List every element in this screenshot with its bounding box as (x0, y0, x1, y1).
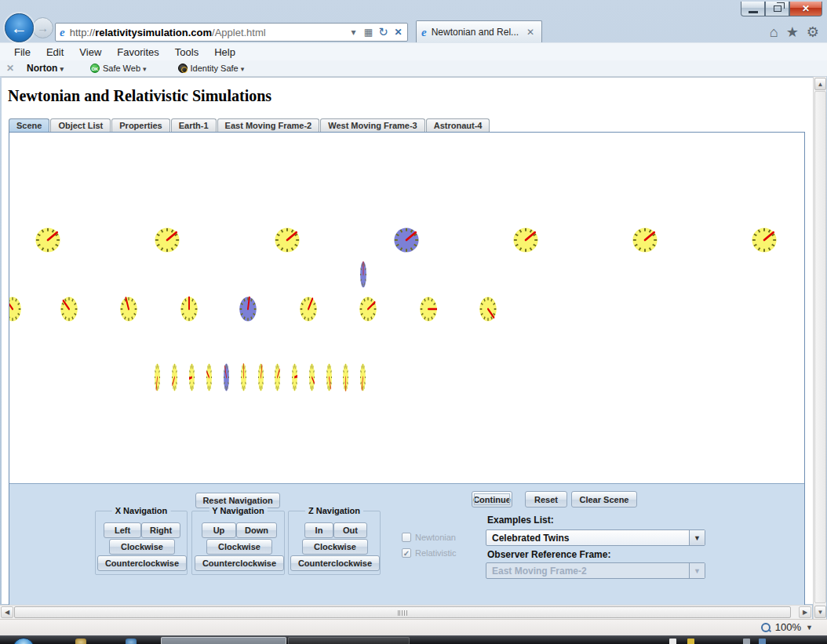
z-in-button[interactable]: In (304, 522, 333, 538)
menu-edit[interactable]: Edit (38, 46, 71, 58)
clock (632, 227, 658, 253)
y-down-button[interactable]: Down (236, 522, 277, 538)
x-counterclockwise-button[interactable]: Counterclockwise (97, 555, 187, 571)
chevron-down-icon: ▾ (351, 27, 355, 38)
taskbar-app-button[interactable] (288, 637, 410, 644)
scroll-right-button[interactable]: ▶ (799, 606, 811, 618)
tab-earth-1[interactable]: Earth-1 (171, 118, 217, 132)
title-bar: ✕ (0, 0, 827, 22)
taskbar-icon[interactable] (126, 639, 137, 644)
scroll-up-button[interactable]: ▲ (814, 78, 826, 90)
tab-favicon-icon: e (421, 26, 427, 39)
magnifier-icon (761, 623, 771, 632)
clock (420, 297, 437, 322)
clock (752, 227, 777, 253)
z-out-button[interactable]: Out (333, 522, 367, 538)
clock (300, 297, 317, 322)
back-button[interactable]: ← (5, 13, 34, 42)
horizontal-scrollbar-thumb[interactable] (14, 606, 791, 618)
url-text: http://relativitysimulation.com/Applet.h… (70, 27, 346, 38)
tray-icon[interactable] (669, 639, 676, 644)
clock (292, 363, 297, 391)
safe-web-icon: OK (90, 64, 100, 73)
taskbar-app-button[interactable] (161, 637, 286, 644)
clock (206, 363, 212, 391)
scroll-left-button[interactable]: ◀ (1, 606, 13, 618)
taskbar-icon[interactable] (75, 639, 86, 644)
close-button[interactable]: ✕ (789, 2, 822, 16)
maximize-button[interactable] (765, 2, 789, 16)
refresh-button[interactable]: ↻ (376, 24, 391, 40)
relativistic-checkbox-row: ✓ Relativistic (402, 548, 457, 558)
clear-scene-button[interactable]: Clear Scene (571, 491, 637, 508)
scene-canvas[interactable] (9, 133, 804, 484)
observer-frame-combobox: East Moving Frame-2 ▼ (486, 562, 705, 579)
y-up-button[interactable]: Up (202, 522, 236, 538)
tray-icon[interactable] (687, 639, 694, 644)
y-navigation-title: Y Navigation (209, 506, 267, 515)
tray-icon[interactable] (759, 639, 766, 644)
scene-layer (9, 133, 804, 483)
tray-icon[interactable] (743, 639, 750, 644)
examples-list-combobox[interactable]: Celebrated Twins ▼ (486, 529, 705, 546)
zoom-control[interactable]: 100% ▼ (761, 621, 813, 633)
clock (239, 297, 257, 322)
tab-object-list[interactable]: Object List (50, 118, 111, 132)
clock (309, 363, 315, 391)
home-button[interactable]: ⌂ (770, 24, 778, 41)
identity-safe-button[interactable]: Identity Safe (178, 64, 245, 73)
stop-button[interactable]: ✕ (391, 24, 406, 40)
y-counterclockwise-button[interactable]: Counterclockwise (195, 555, 284, 571)
tab-properties[interactable]: Properties (111, 118, 169, 132)
menu-help[interactable]: Help (206, 46, 243, 58)
menu-file[interactable]: File (6, 46, 38, 58)
zoom-dropdown-icon: ▼ (806, 624, 813, 631)
y-clockwise-button[interactable]: Clockwise (206, 539, 272, 555)
minimize-button[interactable] (741, 2, 765, 16)
address-dropdown-button[interactable]: ▾ (346, 24, 361, 40)
tab-west-moving-frame-3[interactable]: West Moving Frame-3 (320, 118, 425, 132)
reset-button[interactable]: Reset (525, 491, 567, 508)
x-right-button[interactable]: Right (141, 522, 180, 538)
compatibility-view-button[interactable]: ▦ (361, 24, 376, 40)
status-bar: 100% ▼ (0, 619, 827, 635)
tools-gear-button[interactable]: ⚙ (807, 24, 819, 41)
safe-web-button[interactable]: OKSafe Web (90, 64, 147, 73)
tab-east-moving-frame-2[interactable]: East Moving Frame-2 (217, 118, 320, 132)
tab-scene[interactable]: Scene (9, 118, 49, 132)
clock (479, 297, 497, 322)
forward-button[interactable]: → (32, 17, 53, 38)
norton-menu-button[interactable]: Norton (27, 63, 64, 74)
clock (155, 227, 180, 253)
clock (513, 227, 538, 253)
favorites-star-button[interactable]: ★ (786, 24, 799, 41)
clock (180, 297, 198, 322)
x-left-button[interactable]: Left (104, 522, 141, 538)
horizontal-scrollbar[interactable]: ◀ ▶ (0, 605, 812, 619)
windows-taskbar (0, 635, 827, 644)
continue-button[interactable]: Continue (472, 491, 512, 508)
browser-tab[interactable]: e Newtonian and Rel... ✕ (416, 20, 542, 43)
clock (360, 261, 366, 288)
examples-dropdown-button[interactable]: ▼ (689, 530, 705, 545)
relativistic-label: Relativistic (415, 548, 457, 558)
x-navigation-title: X Navigation (112, 506, 171, 515)
tab-close-button[interactable]: ✕ (524, 27, 537, 38)
menu-favorites[interactable]: Favorites (109, 46, 166, 58)
norton-close-button[interactable]: ✕ (6, 63, 14, 74)
menu-tools[interactable]: Tools (167, 46, 206, 58)
tab-astronaut-4[interactable]: Astronaut-4 (426, 118, 490, 132)
x-clockwise-button[interactable]: Clockwise (109, 539, 175, 555)
menu-bar: File Edit View Favorites Tools Help (0, 42, 827, 60)
z-clockwise-button[interactable]: Clockwise (302, 539, 368, 555)
start-button[interactable] (13, 638, 35, 644)
menu-view[interactable]: View (71, 46, 109, 58)
vertical-scrollbar[interactable]: ▲ ▼ (813, 77, 826, 619)
z-counterclockwise-button[interactable]: Counterclockwise (290, 555, 380, 571)
address-bar[interactable]: e http://relativitysimulation.com/Applet… (55, 23, 408, 42)
clock (258, 363, 264, 391)
vertical-scrollbar-thumb[interactable] (814, 91, 826, 603)
applet-body: Reset Navigation X Navigation Left Right… (9, 132, 805, 639)
scroll-down-button[interactable]: ▼ (814, 606, 826, 618)
y-navigation-group: Y Navigation Up Down Clockwise Countercl… (191, 511, 285, 575)
